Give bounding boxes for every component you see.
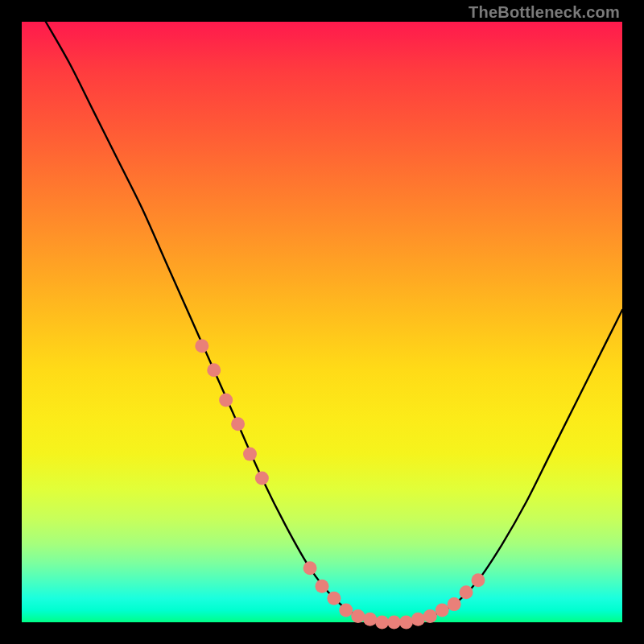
highlight-marker [255, 471, 269, 485]
highlight-marker [351, 609, 365, 623]
highlight-marker [375, 616, 389, 630]
highlight-markers [195, 339, 485, 629]
highlight-marker [316, 580, 329, 593]
watermark-text: TheBottleneck.com [469, 3, 620, 22]
chart-svg [22, 22, 622, 622]
highlight-marker [448, 597, 461, 611]
highlight-marker [207, 363, 221, 377]
highlight-marker [399, 616, 413, 630]
highlight-marker [231, 417, 245, 431]
highlight-marker [339, 604, 353, 617]
highlight-marker [219, 393, 233, 407]
highlight-marker [243, 448, 257, 461]
bottleneck-curve [46, 22, 622, 623]
highlight-marker [411, 613, 425, 626]
highlight-marker [460, 585, 473, 599]
highlight-marker [387, 616, 401, 630]
highlight-marker [327, 592, 341, 605]
highlight-marker [423, 609, 437, 623]
highlight-marker [471, 573, 485, 587]
highlight-marker [363, 613, 377, 626]
curve-path [46, 22, 622, 623]
highlight-marker [303, 561, 317, 575]
highlight-marker [436, 604, 449, 617]
highlight-marker [195, 339, 208, 353]
chart-frame: TheBottleneck.com [0, 0, 644, 644]
